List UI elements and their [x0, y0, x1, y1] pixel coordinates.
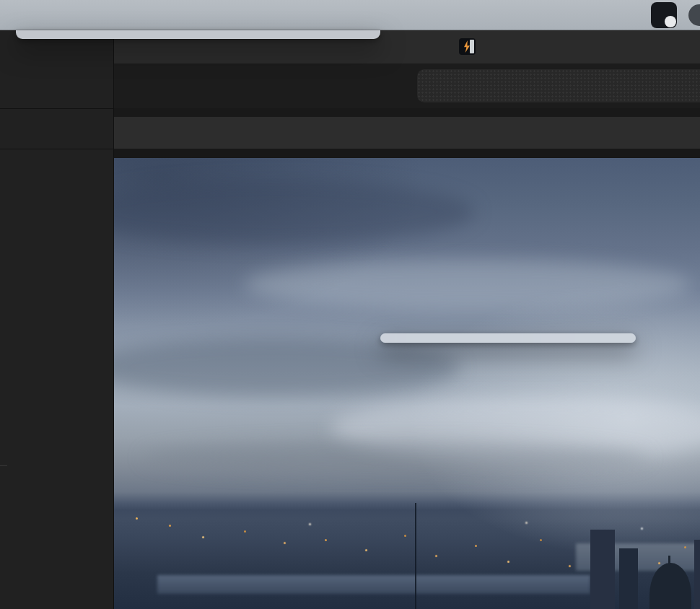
screen — [0, 0, 700, 609]
menubar-status-circle-icon[interactable] — [688, 4, 700, 26]
menubar — [0, 0, 700, 30]
photo-city-lights — [136, 517, 138, 520]
tool-pill — [417, 69, 700, 102]
photo-viewer-image — [114, 158, 700, 609]
menubar-status-bx-icon[interactable] — [651, 2, 677, 28]
styles-submenu — [380, 333, 636, 343]
adjustments-menu — [16, 30, 380, 39]
capture-one-app-icon — [459, 38, 476, 55]
left-tools-panel — [0, 30, 114, 609]
